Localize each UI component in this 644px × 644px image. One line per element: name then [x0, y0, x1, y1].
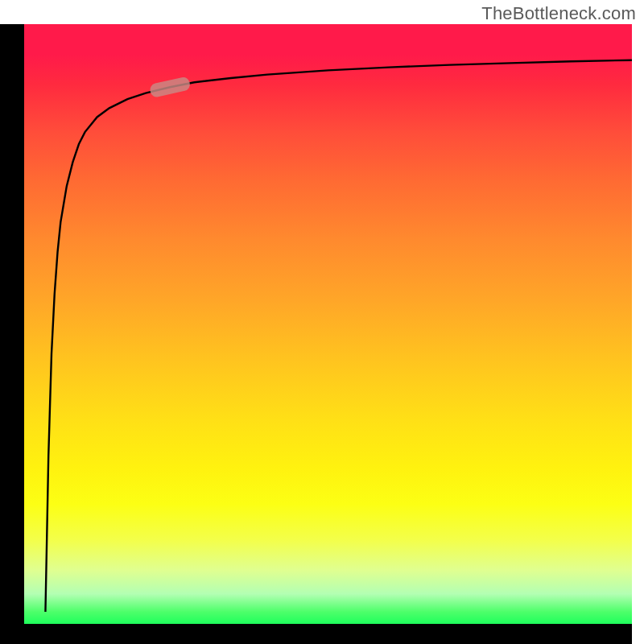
highlight-marker	[149, 76, 191, 98]
chart-svg	[24, 24, 632, 624]
x-axis	[0, 624, 632, 644]
y-axis	[0, 24, 24, 624]
bottleneck-curve	[45, 60, 632, 612]
watermark-text: TheBottleneck.com	[481, 3, 636, 24]
chart-container	[24, 24, 632, 624]
